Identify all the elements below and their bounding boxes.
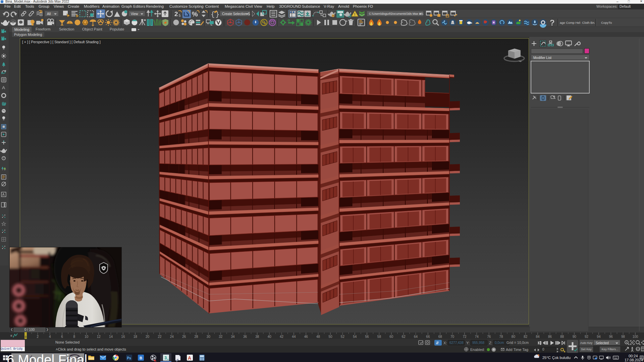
svg-text:52: 52 [341, 335, 345, 339]
svg-text:44: 44 [292, 335, 296, 339]
svg-text:60: 60 [389, 335, 393, 339]
svg-text:94: 94 [597, 335, 601, 339]
svg-text:30: 30 [207, 335, 211, 339]
svg-text:00:24: 00:24 [629, 354, 638, 358]
svg-text:96: 96 [609, 335, 613, 339]
svg-text:100: 100 [633, 335, 638, 339]
svg-text:5: 5 [179, 14, 181, 17]
svg-text:84: 84 [536, 335, 540, 339]
svg-text:38: 38 [255, 335, 259, 339]
svg-text:16: 16 [121, 335, 125, 339]
svg-text:28: 28 [194, 335, 198, 339]
svg-text:23: 23 [642, 358, 644, 360]
svg-text:32: 32 [219, 335, 223, 339]
svg-text:?: ? [550, 18, 555, 27]
svg-text:74: 74 [475, 335, 479, 339]
svg-text:25°C: 25°C [542, 356, 551, 360]
svg-text:68: 68 [438, 335, 442, 339]
svg-text:8: 8 [73, 335, 75, 339]
svg-text:ds: ds [167, 358, 169, 360]
svg-text:Y:: Y: [466, 341, 470, 345]
svg-text:64: 64 [414, 335, 418, 339]
svg-text:⇵: ⇵ [436, 341, 439, 345]
svg-text:50: 50 [328, 335, 332, 339]
svg-text:88: 88 [560, 335, 564, 339]
svg-text:78: 78 [499, 335, 503, 339]
svg-text:18: 18 [133, 335, 138, 339]
svg-text:90: 90 [573, 335, 577, 339]
svg-text:24: 24 [170, 335, 174, 339]
svg-text:Çok bulutlu: Çok bulutlu [552, 356, 571, 360]
svg-text:80: 80 [512, 335, 516, 339]
svg-text:6: 6 [61, 335, 63, 339]
svg-text:58: 58 [377, 335, 381, 339]
svg-text:2: 2 [174, 10, 178, 17]
svg-text:?: ? [3, 157, 4, 160]
svg-text:0: 0 [542, 348, 544, 351]
svg-text:76: 76 [487, 335, 491, 339]
svg-text:62: 62 [402, 335, 406, 339]
svg-text:42: 42 [280, 335, 284, 339]
svg-text:70: 70 [450, 335, 454, 339]
svg-text:56: 56 [365, 335, 369, 339]
svg-text:40: 40 [268, 335, 272, 339]
svg-text:Grid = 10,0cm: Grid = 10,0cm [506, 341, 529, 345]
svg-text:Z:: Z: [489, 341, 492, 345]
svg-text:54: 54 [353, 335, 357, 339]
svg-text:72: 72 [463, 335, 467, 339]
svg-text:34: 34 [231, 335, 235, 339]
svg-text:%: % [192, 10, 198, 18]
svg-text:14: 14 [109, 335, 113, 339]
svg-text:A: A [2, 193, 5, 196]
svg-text:Enabled:: Enabled: [470, 348, 485, 352]
svg-text:A: A [2, 85, 5, 90]
svg-text:!: ! [354, 12, 356, 16]
svg-text:Ps: Ps [127, 356, 131, 360]
svg-text:12: 12 [97, 335, 101, 339]
svg-text:46: 46 [304, 335, 308, 339]
svg-text:20: 20 [146, 335, 150, 339]
svg-text:0,0cm: 0,0cm [495, 341, 504, 345]
svg-text:22: 22 [158, 335, 162, 339]
svg-text:X:: X: [443, 341, 447, 345]
svg-text:A: A [188, 355, 191, 361]
svg-text:≡: ≡ [10, 334, 12, 338]
svg-text:6277,438: 6277,438 [449, 341, 464, 345]
svg-text:48: 48 [316, 335, 320, 339]
svg-text:0: 0 [25, 335, 26, 339]
svg-text:92: 92 [585, 335, 589, 339]
svg-text:B: B [140, 356, 142, 360]
svg-text:82: 82 [524, 335, 528, 339]
svg-text:955,958: 955,958 [472, 341, 485, 345]
svg-text:86: 86 [548, 335, 552, 339]
svg-text:36: 36 [243, 335, 247, 339]
svg-text:98: 98 [621, 335, 625, 339]
svg-text:10: 10 [85, 335, 89, 339]
svg-text:66: 66 [426, 335, 430, 339]
svg-text:2: 2 [37, 335, 39, 339]
svg-text:26: 26 [182, 335, 186, 339]
svg-text:Add Time Tag: Add Time Tag [506, 348, 528, 352]
svg-text:4: 4 [49, 335, 51, 339]
